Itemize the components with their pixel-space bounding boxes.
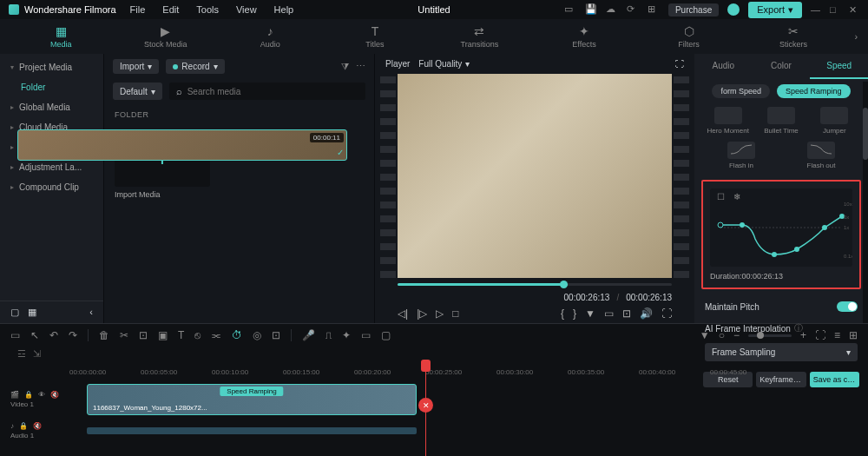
sidebar-folder[interactable]: Folder xyxy=(0,77,103,97)
maintain-pitch-toggle[interactable] xyxy=(837,301,858,312)
quality-dropdown[interactable]: Full Quality▾ xyxy=(418,59,470,69)
search-input[interactable]: ⌕ xyxy=(169,83,365,100)
speed-graph[interactable]: ☐ ❄ 10x 5x 1x 0.1x xyxy=(710,188,852,267)
audio-track-body[interactable] xyxy=(69,426,858,436)
checkbox-icon[interactable]: ☐ xyxy=(717,192,725,202)
maximize-icon[interactable]: □ xyxy=(830,4,840,15)
more-tabs-icon[interactable]: › xyxy=(854,31,858,42)
tl-arrow-icon[interactable]: ↖ xyxy=(30,329,39,341)
subtab-form-speed[interactable]: form Speed xyxy=(712,84,770,98)
display-icon[interactable]: ⊡ xyxy=(622,307,631,320)
tl-lock-icon[interactable]: ☲ xyxy=(17,348,26,360)
subtab-speed-ramping[interactable]: Speed Ramping xyxy=(777,84,851,98)
prev-frame-icon[interactable]: ◁| xyxy=(398,307,408,320)
preset-hero-moment[interactable]: Hero Moment xyxy=(701,107,754,135)
menu-edit[interactable]: Edit xyxy=(162,4,179,15)
import-dropdown[interactable]: Import▾ xyxy=(113,59,159,74)
tl-crop2-icon[interactable]: ▣ xyxy=(158,329,168,341)
mute-icon[interactable]: 🔇 xyxy=(33,422,42,430)
tl-redo-icon[interactable]: ↷ xyxy=(69,329,77,341)
tl-ring-icon[interactable]: ◎ xyxy=(253,329,261,341)
tl-undo-icon[interactable]: ↶ xyxy=(49,329,58,341)
filter-icon[interactable]: ⧩ xyxy=(341,61,349,72)
audio-clip[interactable] xyxy=(87,427,417,434)
export-button[interactable]: Export▾ xyxy=(748,2,802,18)
scrollbar[interactable] xyxy=(863,82,868,323)
tl-sparkle-icon[interactable]: ✦ xyxy=(342,329,351,341)
zoom-slider[interactable] xyxy=(748,334,792,337)
tl-link-icon[interactable]: ⎋ xyxy=(194,329,201,341)
tl-mixer-icon[interactable]: ⎍ xyxy=(326,329,332,341)
tl-split-icon[interactable]: ✂ xyxy=(120,329,128,341)
tab-audio-panel[interactable]: Audio xyxy=(694,54,753,79)
marker-icon[interactable]: ▼ xyxy=(585,307,595,320)
screenshot-icon[interactable]: ▭ xyxy=(604,307,614,320)
timeline-ruler[interactable]: ✕ 00:00:00:00 00:00:05:00 00:00:10:00 00… xyxy=(0,361,868,382)
cloud-icon[interactable]: ☁ xyxy=(606,3,618,16)
tl-cc-icon[interactable]: ⊡ xyxy=(272,329,280,341)
mute-icon[interactable]: 🔇 xyxy=(50,391,59,399)
volume-icon[interactable]: 🔊 xyxy=(640,307,653,320)
folder-icon[interactable]: ▢ xyxy=(10,307,19,318)
tab-stickers[interactable]: ✂Stickers xyxy=(743,22,845,51)
tl-box-icon[interactable]: ▢ xyxy=(381,329,391,341)
tab-media[interactable]: ▦Media xyxy=(10,22,112,51)
tl-chain-icon[interactable]: ⫘ xyxy=(211,329,221,341)
tab-stock-media[interactable]: ▶Stock Media xyxy=(115,22,217,51)
stop-icon[interactable]: □ xyxy=(452,307,458,320)
menu-view[interactable]: View xyxy=(236,4,257,15)
preview-progress[interactable] xyxy=(398,283,672,286)
collapse-icon[interactable]: ‹ xyxy=(89,307,93,318)
tl-monitor-icon[interactable]: ▭ xyxy=(361,329,371,341)
video-track-body[interactable]: Speed Ramping 1166837_Woman_Young_1280x7… xyxy=(69,384,858,415)
minimize-icon[interactable]: — xyxy=(811,4,821,15)
menu-tools[interactable]: Tools xyxy=(196,4,219,15)
video-clip[interactable]: Speed Ramping 1166837_Woman_Young_1280x7… xyxy=(87,384,417,415)
prev-icon[interactable]: |▷ xyxy=(417,307,427,320)
help-icon[interactable]: ⊞ xyxy=(648,3,660,16)
tab-effects[interactable]: ✦Effects xyxy=(534,22,635,51)
tab-filters[interactable]: ⬡Filters xyxy=(638,22,740,51)
tl-text-icon[interactable]: T xyxy=(178,329,184,341)
info-icon[interactable]: ⓘ xyxy=(794,322,803,334)
record-dropdown[interactable]: Record▾ xyxy=(166,59,224,74)
tl-select-icon[interactable]: ▭ xyxy=(10,329,20,341)
tl-speed-icon[interactable]: ⏱ xyxy=(232,329,242,341)
tl-eye-icon[interactable]: ⇲ xyxy=(33,348,41,360)
sidebar-global-media[interactable]: ▸Global Media xyxy=(0,97,103,117)
menu-help[interactable]: Help xyxy=(274,4,294,15)
mark-in-icon[interactable]: { xyxy=(561,307,564,320)
snapshot-icon[interactable]: ⛶ xyxy=(675,59,684,69)
close-icon[interactable]: ✕ xyxy=(849,4,859,15)
avatar-icon[interactable] xyxy=(727,3,740,16)
preset-jumper[interactable]: Jumper xyxy=(808,107,861,135)
lock-icon[interactable]: 🔒 xyxy=(24,391,33,399)
preset-flash-in[interactable]: Flash in xyxy=(701,142,781,169)
default-dropdown[interactable]: Default▾ xyxy=(113,83,162,100)
scroll-thumb[interactable] xyxy=(863,108,868,160)
tab-speed-panel[interactable]: Speed xyxy=(810,54,868,79)
playhead[interactable]: ✕ xyxy=(425,361,426,456)
progress-handle[interactable] xyxy=(560,281,568,288)
grid-icon[interactable]: ▦ xyxy=(28,307,36,318)
snowflake-icon[interactable]: ❄ xyxy=(733,192,740,202)
tab-audio[interactable]: ♪Audio xyxy=(220,22,321,51)
tl-mic-icon[interactable]: 🎤 xyxy=(302,329,315,341)
media-clip-tile[interactable]: 00:00:11 ✓ 1166837_Woman_Young_12... xyxy=(220,129,316,199)
preview-canvas[interactable] xyxy=(398,74,672,278)
eye-icon[interactable]: 👁 xyxy=(38,391,45,399)
tl-delete-icon[interactable]: 🗑 xyxy=(99,329,109,341)
menu-file[interactable]: File xyxy=(130,4,146,15)
fullscreen-icon[interactable]: ⛶ xyxy=(661,307,672,320)
frame-interpolation-dropdown[interactable]: Frame Sampling ▾ xyxy=(705,343,858,361)
more-icon[interactable]: ⋯ xyxy=(356,61,365,72)
sidebar-compound[interactable]: ▸Compound Clip xyxy=(0,177,103,197)
purchase-button[interactable]: Purchase xyxy=(668,3,719,17)
tab-color-panel[interactable]: Color xyxy=(753,54,811,79)
mark-out-icon[interactable]: } xyxy=(573,307,576,320)
lock-icon[interactable]: 🔒 xyxy=(19,422,28,430)
tl-crop-icon[interactable]: ⊡ xyxy=(139,329,148,341)
tab-titles[interactable]: TTitles xyxy=(325,22,426,51)
save-icon[interactable]: 💾 xyxy=(585,3,597,16)
zoom-handle[interactable] xyxy=(757,332,764,339)
